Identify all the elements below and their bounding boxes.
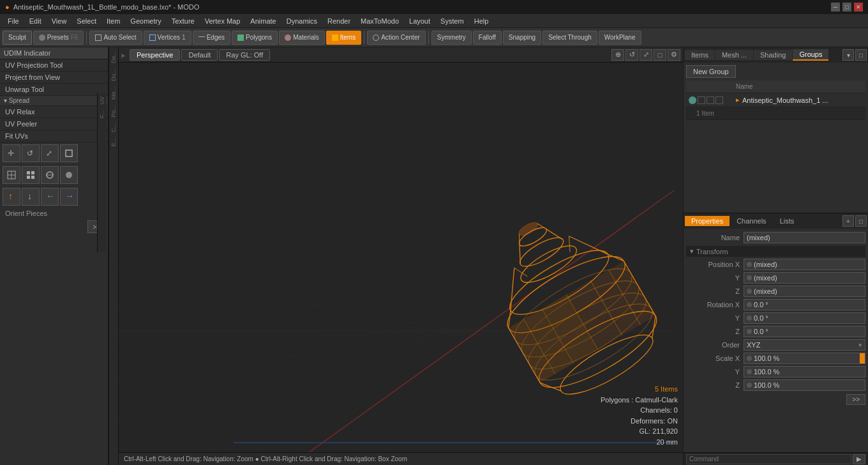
svg-rect-3 bbox=[66, 150, 72, 156]
prop-tab-channels[interactable]: Channels bbox=[730, 216, 772, 226]
uv-tile-icon-btn[interactable] bbox=[41, 166, 59, 184]
position-z-value[interactable]: (mixed) bbox=[744, 286, 865, 297]
item-vis-icons bbox=[689, 96, 733, 104]
prop-add-btn[interactable]: + bbox=[842, 215, 854, 227]
scale-icon-btn[interactable]: ⤢ bbox=[41, 144, 59, 162]
menu-maxtomodo[interactable]: MaxToModo bbox=[355, 16, 404, 26]
scale-y-dot bbox=[747, 369, 752, 374]
order-select[interactable]: XYZ bbox=[744, 339, 865, 351]
uv-grid-icon-btn[interactable] bbox=[3, 166, 20, 184]
polygons-button[interactable]: Polygons bbox=[232, 31, 278, 45]
rotation-x-value[interactable]: 0.0 ° bbox=[744, 299, 865, 310]
fit-uvs-tool[interactable]: Fit UVs bbox=[0, 130, 108, 142]
items-button[interactable]: Items bbox=[326, 31, 361, 45]
command-input[interactable] bbox=[686, 454, 851, 464]
menu-system[interactable]: System bbox=[435, 16, 469, 26]
rp-tab-groups[interactable]: Groups bbox=[793, 49, 828, 61]
menu-vertex-map[interactable]: Vertex Map bbox=[200, 16, 246, 26]
move-icon-btn[interactable]: ✛ bbox=[3, 144, 20, 162]
scale-x-value[interactable]: 100.0 % bbox=[744, 353, 865, 364]
rotation-x-dot bbox=[747, 302, 752, 307]
new-group-button[interactable]: New Group bbox=[686, 65, 736, 78]
vp-tab-raygl[interactable]: Ray GL: Off bbox=[219, 49, 270, 61]
vp-settings-btn[interactable]: ⚙ bbox=[668, 49, 680, 61]
arrow-left-icon-btn[interactable]: ← bbox=[41, 188, 59, 206]
sculpt-button[interactable]: Sculpt bbox=[3, 31, 32, 45]
side-strip-de: De... bbox=[110, 49, 117, 66]
position-x-value[interactable]: (mixed) bbox=[744, 259, 865, 270]
uv-relax-tool[interactable]: UV Relax bbox=[0, 106, 108, 118]
prop-tab-lists[interactable]: Lists bbox=[774, 216, 801, 226]
prop-expand-btn[interactable]: □ bbox=[855, 215, 867, 227]
menu-texture[interactable]: Texture bbox=[167, 16, 200, 26]
select-through-button[interactable]: Select Through bbox=[542, 31, 597, 45]
vp-refresh-btn[interactable]: ↺ bbox=[625, 49, 638, 61]
rotation-z-value[interactable]: 0.0 ° bbox=[744, 326, 865, 337]
snapping-button[interactable]: Snapping bbox=[503, 31, 541, 45]
falloff-button[interactable]: Falloff bbox=[473, 31, 502, 45]
uv-peeler-tool[interactable]: UV Peeler bbox=[0, 118, 108, 130]
minimize-button[interactable]: ─ bbox=[831, 3, 840, 11]
arrow-up-icon-btn[interactable]: ↑ bbox=[3, 188, 20, 206]
position-y-value[interactable]: (mixed) bbox=[744, 272, 865, 284]
vp-zoom-fit-btn[interactable]: ⤢ bbox=[640, 49, 652, 61]
box-icon-btn[interactable] bbox=[60, 144, 78, 162]
maximize-button[interactable]: □ bbox=[842, 3, 851, 11]
svg-text:→: → bbox=[65, 192, 74, 201]
rotation-y-value[interactable]: 0.0 ° bbox=[744, 312, 865, 324]
menu-render[interactable]: Render bbox=[322, 16, 355, 26]
side-strip-po: Po... bbox=[110, 103, 117, 120]
uv-sphere-icon-btn[interactable] bbox=[60, 166, 78, 184]
auto-select-button[interactable]: Auto Select bbox=[89, 31, 142, 45]
titlebar-controls[interactable]: ─ □ ✕ bbox=[831, 3, 863, 11]
menu-dynamics[interactable]: Dynamics bbox=[281, 16, 322, 26]
project-from-view[interactable]: Project from View bbox=[0, 72, 108, 84]
uv-checker-icon-btn[interactable] bbox=[22, 166, 40, 184]
rp-tab-mesh[interactable]: Mesh ... bbox=[715, 50, 753, 60]
presets-button[interactable]: Presets F6 bbox=[33, 31, 84, 45]
unwrap-tool[interactable]: Unwrap Tool bbox=[0, 84, 108, 96]
menu-help[interactable]: Help bbox=[469, 16, 494, 26]
lock-col bbox=[698, 83, 705, 91]
execute-command-btn[interactable]: ▶ bbox=[853, 454, 865, 464]
menu-geometry[interactable]: Geometry bbox=[125, 16, 166, 26]
scale-z-value[interactable]: 100.0 % bbox=[744, 379, 865, 391]
menu-select[interactable]: Select bbox=[71, 16, 101, 26]
menu-file[interactable]: File bbox=[3, 16, 24, 26]
rp-tab-shading[interactable]: Shading bbox=[754, 50, 792, 60]
menu-edit[interactable]: Edit bbox=[24, 16, 47, 26]
vp-tab-default[interactable]: Default bbox=[181, 49, 218, 61]
vp-maximize-btn[interactable]: □ bbox=[654, 49, 666, 61]
rp-dropdown-btn[interactable]: ▾ bbox=[842, 49, 854, 61]
menu-animate[interactable]: Animate bbox=[245, 16, 281, 26]
arrow-down-icon-btn[interactable]: ↓ bbox=[22, 188, 40, 206]
action-center-button[interactable]: Action Center bbox=[367, 31, 426, 45]
prop-more-btn[interactable]: >> bbox=[846, 394, 865, 405]
menu-layout[interactable]: Layout bbox=[404, 16, 435, 26]
groups-item-row[interactable]: ▸ Antiseptic_Mouthwash_1 ... bbox=[686, 93, 865, 107]
workplane-button[interactable]: WorkPlane bbox=[599, 31, 641, 45]
uv-projection-tool[interactable]: UV Projection Tool bbox=[0, 59, 108, 72]
spread-section[interactable]: ▾ Spread bbox=[0, 96, 108, 106]
symmetry-button[interactable]: Symmetry bbox=[431, 31, 472, 45]
sub-item-label: 1 Item bbox=[696, 110, 714, 117]
section-arrow: ▾ bbox=[690, 247, 694, 255]
materials-button[interactable]: Materials bbox=[279, 31, 325, 45]
menu-view[interactable]: View bbox=[47, 16, 72, 26]
close-button[interactable]: ✕ bbox=[854, 3, 863, 11]
scale-y-value[interactable]: 100.0 % bbox=[744, 366, 865, 377]
arrow-right-icon-btn[interactable]: → bbox=[60, 188, 78, 206]
menu-item[interactable]: Item bbox=[101, 16, 125, 26]
rp-expand-btn[interactable]: □ bbox=[855, 49, 867, 61]
rp-tab-items[interactable]: Items bbox=[685, 50, 715, 60]
viewport-canvas[interactable]: 5 Items Polygons : Catmull-Clark Channel… bbox=[119, 63, 683, 452]
item-lock-icon bbox=[698, 96, 705, 104]
edges-button[interactable]: Edges bbox=[193, 31, 230, 45]
orient-pieces-btn[interactable]: Orient Pieces bbox=[0, 208, 108, 219]
vertices-button[interactable]: Vertices 1 bbox=[144, 31, 191, 45]
name-value[interactable]: (mixed) bbox=[744, 232, 865, 243]
rotate-icon-btn[interactable]: ↺ bbox=[22, 144, 40, 162]
vp-crosshair-btn[interactable]: ⊕ bbox=[611, 49, 624, 61]
vp-tab-perspective[interactable]: Perspective bbox=[130, 49, 180, 61]
prop-tab-properties[interactable]: Properties bbox=[685, 216, 730, 226]
